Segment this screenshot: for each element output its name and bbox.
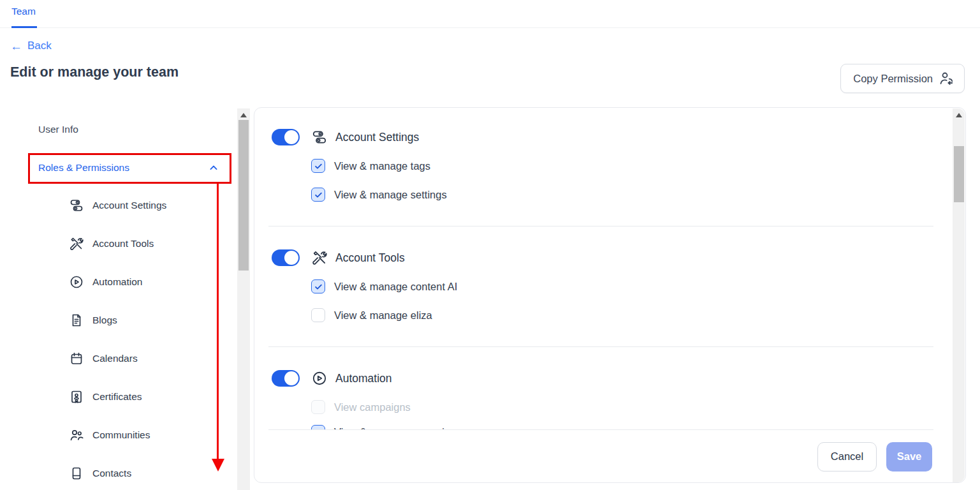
sidebar-item-label: Roles & Permissions <box>38 162 129 174</box>
sidebar-item-certificates[interactable]: Certificates <box>69 389 142 405</box>
sidebar-item-label: Certificates <box>92 391 142 403</box>
calendar-icon <box>69 351 84 366</box>
sidebar-item-label: Blogs <box>92 315 117 326</box>
sidebar-item-label: User Info <box>38 124 78 135</box>
section-automation: Automation <box>254 368 965 389</box>
check-icon <box>314 282 323 292</box>
document-icon <box>69 313 84 328</box>
contact-book-icon <box>69 466 84 481</box>
permission-view-manage-settings[interactable]: View & manage settings <box>311 186 965 203</box>
permission-view-manage-tags[interactable]: View & manage tags <box>311 158 965 174</box>
permission-view-campaigns[interactable]: View campaigns <box>311 399 965 415</box>
sidebar-item-account-tools[interactable]: Account Tools <box>69 235 154 252</box>
sidebar-item-label: Contacts <box>92 468 131 479</box>
people-icon <box>69 427 84 443</box>
account-tools-toggle[interactable] <box>272 249 300 266</box>
play-circle-icon <box>311 370 328 387</box>
card-footer: Cancel Save <box>254 430 965 483</box>
permission-view-manage-eliza[interactable]: View & manage eliza <box>311 307 965 323</box>
tab-team[interactable]: Team <box>11 6 36 17</box>
sidebar-item-calendars[interactable]: Calendars <box>69 350 138 367</box>
checkbox-checked[interactable] <box>311 425 325 429</box>
sidebar-item-label: Automation <box>92 276 142 288</box>
sidebar-item-blogs[interactable]: Blogs <box>69 312 117 329</box>
permissions-scroll-area: Account Settings View & manage tags View… <box>254 108 965 429</box>
sidebar-item-label: Account Settings <box>92 200 166 211</box>
tab-team-label: Team <box>11 6 36 17</box>
section-account-settings: Account Settings <box>254 127 965 147</box>
section-account-tools: Account Tools <box>254 248 965 268</box>
sidebar-item-roles-permissions[interactable]: Roles & Permissions <box>38 160 220 176</box>
checkbox-checked[interactable] <box>311 188 325 202</box>
copy-permission-label: Copy Permission <box>853 73 933 85</box>
automation-toggle[interactable] <box>272 370 300 387</box>
sidebar-scrollbar-thumb[interactable] <box>238 120 249 271</box>
sidebar-item-label: Communities <box>92 429 150 441</box>
sidebar-item-automation[interactable]: Automation <box>69 274 142 290</box>
tools-icon <box>311 249 328 266</box>
permission-label: View & manage settings <box>334 189 447 201</box>
sidebar-item-account-settings[interactable]: Account Settings <box>69 197 166 214</box>
user-arrow-left-icon <box>939 71 954 86</box>
sliders-icon <box>311 129 328 145</box>
sliders-icon <box>69 198 84 213</box>
sidebar-item-contacts[interactable]: Contacts <box>69 465 131 482</box>
scroll-up-arrow-icon <box>240 113 247 117</box>
back-label: Back <box>27 40 52 52</box>
sidebar-item-communities[interactable]: Communities <box>69 427 150 443</box>
back-arrow-icon: ← <box>10 40 22 52</box>
sidebar-item-label: Calendars <box>92 353 138 364</box>
certificate-icon <box>69 389 84 405</box>
checkbox-checked[interactable] <box>311 159 325 173</box>
permission-view-manage-content-ai[interactable]: View & manage content AI <box>311 278 965 295</box>
panel-scrollbar[interactable] <box>953 108 965 482</box>
toggle-knob <box>284 251 298 265</box>
cancel-button[interactable]: Cancel <box>817 442 877 471</box>
section-title: Automation <box>335 372 392 385</box>
chevron-up-icon <box>207 161 220 174</box>
scroll-up-arrow-icon <box>956 113 962 117</box>
section-divider <box>268 346 933 347</box>
sidebar-scrollbar[interactable] <box>237 108 250 490</box>
tab-bar: Team <box>0 0 980 28</box>
toggle-knob <box>284 371 298 385</box>
tools-icon <box>69 236 84 251</box>
permission-label: View & manage eliza <box>334 309 432 322</box>
sidebar: User Info Roles & Permissions Account Se… <box>0 102 252 490</box>
permissions-panel: Account Settings View & manage tags View… <box>254 107 966 483</box>
permission-label: View & manage tags <box>334 160 430 172</box>
play-circle-icon <box>69 274 84 290</box>
panel-scrollbar-thumb[interactable] <box>954 146 964 202</box>
permission-view-manage-campaigns[interactable]: View & manage campaigns <box>311 424 965 429</box>
copy-permission-button[interactable]: Copy Permission <box>840 64 965 93</box>
team-management-screen: Team ← Back Edit or manage your team Cop… <box>0 0 980 490</box>
checkbox-unchecked[interactable] <box>311 308 325 322</box>
save-button[interactable]: Save <box>886 442 932 471</box>
section-title: Account Tools <box>335 251 405 265</box>
check-icon <box>314 161 323 171</box>
page-title: Edit or manage your team <box>10 64 179 80</box>
check-icon <box>314 190 323 200</box>
sidebar-item-label: Account Tools <box>92 238 154 249</box>
checkbox-disabled[interactable] <box>311 400 325 414</box>
back-link[interactable]: ← Back <box>10 40 52 52</box>
account-settings-toggle[interactable] <box>272 129 300 145</box>
section-divider <box>268 226 933 226</box>
section-title: Account Settings <box>335 131 419 144</box>
tab-active-indicator <box>11 26 37 28</box>
checkbox-checked[interactable] <box>311 279 325 293</box>
toggle-knob <box>284 130 298 144</box>
sidebar-item-user-info[interactable]: User Info <box>38 121 78 138</box>
permission-label: View campaigns <box>334 401 411 413</box>
permission-label: View & manage content AI <box>334 281 457 293</box>
